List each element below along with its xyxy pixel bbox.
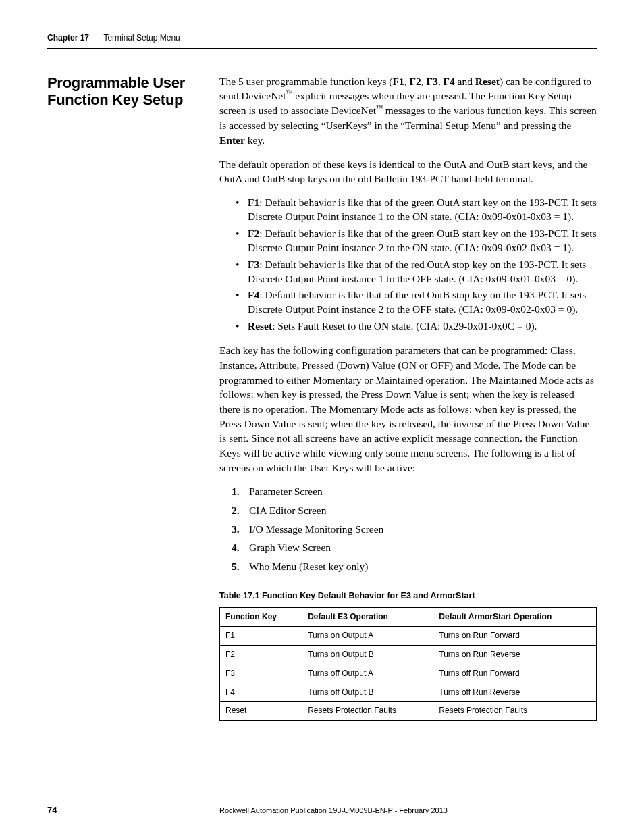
bullet-text: : Default behavior is like that of the r…: [248, 259, 586, 284]
section-heading: Programmable User Function Key Setup: [47, 74, 219, 109]
table-cell: Turns on Output B: [302, 645, 433, 664]
p1-text-e: key.: [245, 134, 265, 146]
table-header-row: Function Key Default E3 Operation Defaul…: [220, 608, 597, 627]
bullet-text: : Default behavior is like that of the g…: [248, 197, 597, 222]
table-cell: Turns on Run Reverse: [433, 645, 597, 664]
bullet-item: F1: Default behavior is like that of the…: [238, 196, 597, 224]
p1-text-a: The 5 user programmable function keys (: [219, 76, 393, 87]
key-enter: Enter: [219, 134, 245, 146]
bullet-key: Reset: [248, 320, 272, 332]
publication-info: Rockwell Automation Publication 193-UM00…: [219, 806, 597, 816]
trademark-symbol: ™: [376, 104, 383, 111]
bullet-text: : Default behavior is like that of the g…: [248, 228, 597, 253]
table-row: F3 Turns off Output A Turns off Run Forw…: [220, 664, 597, 683]
function-key-table: Function Key Default E3 Operation Defaul…: [219, 607, 597, 721]
key-f1: F1: [393, 76, 404, 87]
table-cell: Resets Protection Faults: [302, 702, 433, 721]
bullet-item: F3: Default behavior is like that of the…: [238, 258, 597, 286]
key-f2: F2: [410, 76, 421, 87]
table-cell: Turns off Run Reverse: [433, 683, 597, 702]
table-cell: Turns on Run Forward: [433, 627, 597, 646]
paragraph-2: The default operation of these keys is i…: [219, 157, 597, 186]
page-number: 74: [47, 804, 219, 816]
trademark-symbol: ™: [286, 89, 293, 97]
paragraph-3: Each key has the following configuration…: [219, 343, 597, 475]
body-column: The 5 user programmable function keys (F…: [219, 74, 597, 721]
header-title: Terminal Setup Menu: [103, 33, 180, 43]
bullet-text: : Sets Fault Reset to the ON state. (CIA…: [272, 320, 537, 332]
key-reset: Reset: [475, 76, 500, 87]
bullet-list: F1: Default behavior is like that of the…: [219, 196, 597, 334]
table-row: F4 Turns off Output B Turns off Run Reve…: [220, 683, 597, 702]
p1-and: and: [455, 76, 475, 87]
key-f3: F3: [426, 76, 437, 87]
table-row: F1 Turns on Output A Turns on Run Forwar…: [220, 627, 597, 646]
bullet-key: F2: [248, 228, 259, 239]
table-cell: Turns off Output B: [302, 683, 433, 702]
table-cell: F3: [220, 664, 302, 683]
bullet-key: F1: [248, 197, 259, 208]
list-item: I/O Message Monitoring Screen: [238, 522, 597, 537]
table-header: Default ArmorStart Operation: [433, 608, 597, 627]
list-item: Parameter Screen: [238, 484, 597, 499]
table-cell: F1: [220, 627, 302, 646]
header-chapter: Chapter 17: [47, 33, 89, 43]
key-f4: F4: [443, 76, 454, 87]
bullet-key: F3: [248, 259, 259, 270]
bullet-item: Reset: Sets Fault Reset to the ON state.…: [238, 319, 597, 334]
table-cell: F2: [220, 645, 302, 664]
table-row: F2 Turns on Output B Turns on Run Revers…: [220, 645, 597, 664]
page-header: Chapter 17 Terminal Setup Menu: [47, 32, 597, 49]
table-cell: Turns off Output A: [302, 664, 433, 683]
table-cell: Turns off Run Forward: [433, 664, 597, 683]
bullet-item: F4: Default behavior is like that of the…: [238, 288, 597, 317]
table-cell: Turns on Output A: [302, 627, 433, 646]
list-item: Who Menu (Reset key only): [238, 559, 597, 574]
bullet-text: : Default behavior is like that of the r…: [248, 289, 586, 315]
list-item: Graph View Screen: [238, 540, 597, 555]
table-caption: Table 17.1 Function Key Default Behavior…: [219, 590, 597, 602]
numbered-list: Parameter Screen CIA Editor Screen I/O M…: [219, 484, 597, 573]
table-cell: F4: [220, 683, 302, 702]
table-cell: Resets Protection Faults: [433, 702, 597, 721]
bullet-key: F4: [248, 289, 259, 301]
table-cell: Reset: [220, 702, 302, 721]
page-footer: 74 Rockwell Automation Publication 193-U…: [47, 804, 597, 816]
table-header: Function Key: [220, 608, 302, 627]
table-row: Reset Resets Protection Faults Resets Pr…: [220, 702, 597, 721]
paragraph-1: The 5 user programmable function keys (F…: [219, 74, 597, 148]
table-header: Default E3 Operation: [302, 608, 433, 627]
list-item: CIA Editor Screen: [238, 503, 597, 518]
bullet-item: F2: Default behavior is like that of the…: [238, 227, 597, 255]
